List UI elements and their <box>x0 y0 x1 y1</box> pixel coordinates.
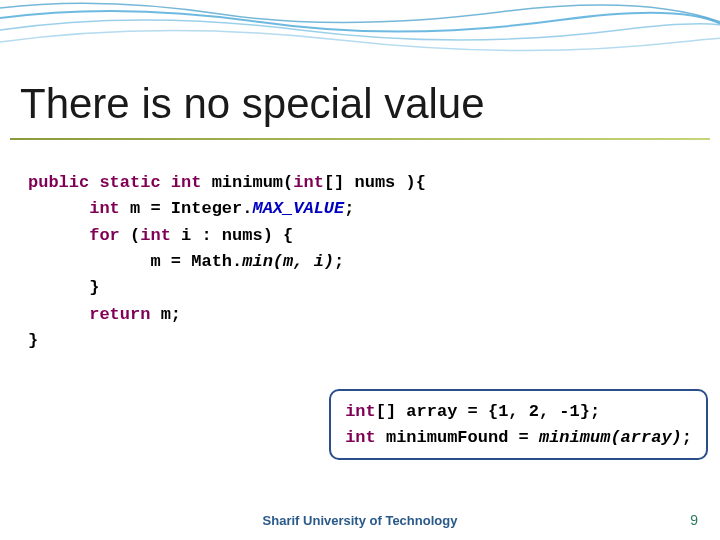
code-text: m; <box>150 305 181 324</box>
static-call: minimum(array) <box>539 428 682 447</box>
static-call: min(m, i) <box>242 252 334 271</box>
kw-return: return <box>89 305 150 324</box>
kw-int: int <box>140 226 171 245</box>
code-text: } <box>89 278 99 297</box>
code-block-main: public static int minimum(int[] nums ){ … <box>0 170 720 354</box>
kw-int: int <box>345 402 376 421</box>
kw-int: int <box>89 199 120 218</box>
code-text: [] array = {1, 2, -1}; <box>376 402 600 421</box>
code-text: m = Math. <box>150 252 242 271</box>
title-underline <box>10 138 710 140</box>
kw-int: int <box>171 173 202 192</box>
kw-for: for <box>89 226 120 245</box>
kw-static: static <box>99 173 160 192</box>
code-text: minimum( <box>201 173 293 192</box>
kw-int: int <box>293 173 324 192</box>
code-text: [] nums ){ <box>324 173 426 192</box>
kw-int: int <box>345 428 376 447</box>
static-field: MAX_VALUE <box>252 199 344 218</box>
code-text: ; <box>334 252 344 271</box>
code-text: i : nums) { <box>171 226 293 245</box>
code-text: ; <box>682 428 692 447</box>
code-text: m = Integer. <box>120 199 253 218</box>
code-text: minimumFound = <box>376 428 539 447</box>
code-text: } <box>28 331 38 350</box>
code-text: ; <box>344 199 354 218</box>
callout-box: int[] array = {1, 2, -1}; int minimumFou… <box>329 389 708 460</box>
page-number: 9 <box>690 512 698 528</box>
kw-public: public <box>28 173 89 192</box>
footer-text: Sharif University of Technology <box>0 513 720 528</box>
code-text: ( <box>120 226 140 245</box>
slide-title: There is no special value <box>0 0 720 138</box>
